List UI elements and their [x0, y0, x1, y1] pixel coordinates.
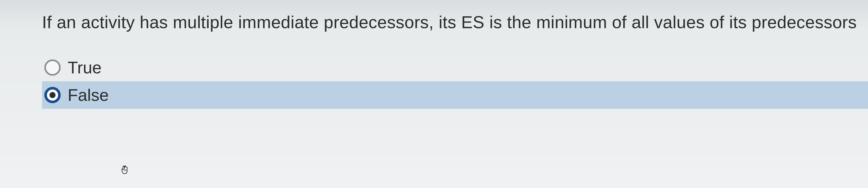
option-true[interactable]: True: [42, 54, 868, 81]
pointer-cursor-icon: [119, 163, 132, 176]
options-group: True False: [42, 54, 868, 109]
radio-icon: [44, 60, 61, 76]
option-label-false: False: [68, 85, 109, 105]
question-text: If an activity has multiple immediate pr…: [42, 9, 868, 35]
option-label-true: True: [68, 58, 101, 77]
option-false[interactable]: False: [42, 81, 868, 109]
radio-icon: [44, 87, 61, 103]
